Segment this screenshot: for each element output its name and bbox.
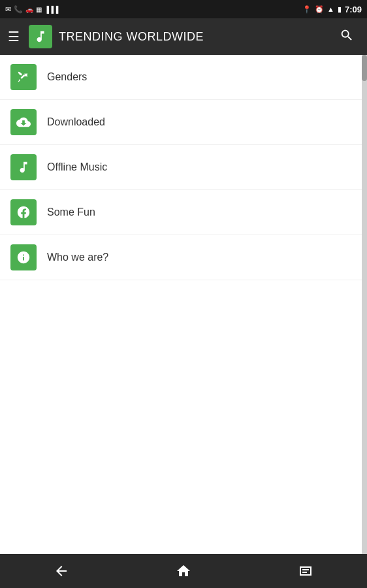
status-bar: ✉ 📞 🚗 ▦ ▐▐▐ 📍 ⏰ ▲ ▮ 7:09 [0, 0, 367, 18]
status-time: 7:09 [345, 5, 362, 14]
some-fun-label: Some Fun [47, 206, 95, 218]
offline-music-icon-container [10, 154, 37, 180]
menu-item-downloaded[interactable]: Downloaded [0, 100, 362, 145]
recent-icon [298, 563, 313, 579]
who-we-are-icon-container [10, 244, 37, 270]
who-we-are-label: Who we are? [47, 252, 108, 263]
alarm-icon: ⏰ [315, 5, 324, 14]
status-right-icons: 📍 ⏰ ▲ ▮ 7:09 [302, 5, 362, 14]
hamburger-menu-button[interactable]: ☰ [8, 29, 20, 44]
scrollbar-track[interactable] [362, 55, 367, 554]
app-bar-left: ☰ TRENDING WORLDWIDE [8, 25, 204, 48]
app-title: TRENDING WORLDWIDE [59, 30, 204, 44]
bottom-nav [0, 554, 367, 588]
menu-item-who-we-are[interactable]: Who we are? [0, 235, 362, 280]
back-icon [54, 563, 69, 579]
email-icon: ✉ [5, 5, 11, 14]
offline-music-icon [16, 160, 31, 174]
genders-icon-container [10, 64, 37, 90]
recent-button[interactable] [282, 558, 329, 584]
signal-icon: ▐▐▐ [44, 6, 58, 13]
status-left-icons: ✉ 📞 🚗 ▦ ▐▐▐ [5, 5, 58, 14]
search-icon [340, 28, 354, 42]
info-icon [16, 250, 31, 265]
memo-icon: ▦ [36, 6, 42, 13]
offline-music-label: Offline Music [47, 161, 107, 173]
downloaded-label: Downloaded [47, 116, 105, 128]
menu-item-some-fun[interactable]: Some Fun [0, 190, 362, 235]
back-button[interactable] [38, 558, 85, 584]
wifi-icon: ▲ [327, 5, 334, 13]
car-icon: 🚗 [25, 6, 33, 13]
genders-label: Genders [47, 71, 87, 83]
app-logo [29, 25, 52, 48]
guitar-icon [16, 70, 31, 84]
battery-icon: ▮ [338, 5, 342, 14]
phone-icon: 📞 [14, 5, 23, 14]
scrollbar-thumb[interactable] [362, 55, 367, 81]
app-bar: ☰ TRENDING WORLDWIDE [0, 18, 367, 55]
home-icon [176, 563, 191, 579]
menu-item-offline-music[interactable]: Offline Music [0, 145, 362, 190]
cloud-download-icon [16, 115, 31, 129]
home-button[interactable] [160, 558, 207, 584]
content-area: Genders Downloaded Offline Music Some Fu… [0, 55, 362, 554]
some-fun-icon-container [10, 199, 37, 225]
facebook-icon [16, 205, 31, 220]
search-button[interactable] [334, 23, 359, 51]
menu-item-genders[interactable]: Genders [0, 55, 362, 100]
downloaded-icon-container [10, 109, 37, 135]
music-logo-icon [33, 29, 48, 44]
location-icon: 📍 [302, 5, 311, 14]
